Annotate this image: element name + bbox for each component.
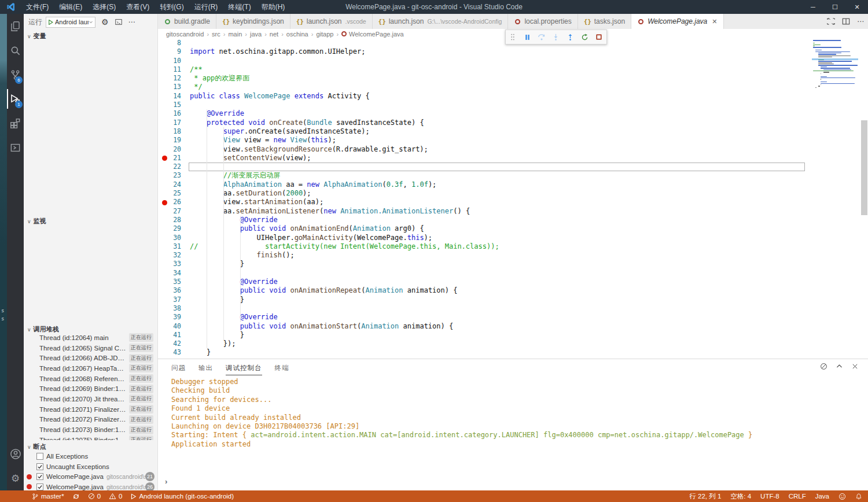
line-number[interactable]: 39 — [158, 313, 181, 322]
activitybar-extensions[interactable] — [7, 111, 24, 135]
statusbar-bell-icon[interactable] — [855, 493, 862, 500]
line-number[interactable]: 17 — [158, 119, 181, 127]
line-number[interactable]: 13 — [158, 83, 181, 91]
exception-breakpoint-row[interactable]: All Exceptions — [24, 451, 158, 462]
line-number[interactable]: 19 — [158, 136, 181, 145]
maximize-panel-icon[interactable] — [836, 363, 843, 370]
tab-launch.json[interactable]: {}launch.json.vscode — [290, 14, 373, 29]
line-number[interactable]: 26 — [158, 198, 181, 206]
line-number[interactable]: 20 — [158, 145, 181, 154]
close-tab-icon[interactable]: ✕ — [712, 18, 717, 25]
clear-console-icon[interactable] — [820, 363, 827, 370]
pause-icon[interactable] — [521, 31, 533, 43]
thread-row[interactable]: Thread (id:12064) main正在运行 — [24, 333, 158, 343]
maximize-button[interactable]: ☐ — [824, 0, 846, 14]
file-breakpoint-row[interactable]: WelcomePage.javagitoscandroid\sr...26 — [24, 482, 158, 490]
open-changes-icon[interactable] — [827, 17, 835, 25]
step-over-icon[interactable] — [536, 31, 547, 43]
line-number[interactable]: 25 — [158, 189, 181, 198]
checked-checkbox[interactable] — [36, 463, 43, 470]
activitybar-source-control[interactable]: 6 — [7, 62, 24, 87]
line-number[interactable]: 40 — [158, 322, 181, 331]
activitybar-search[interactable] — [7, 38, 24, 62]
restart-icon[interactable] — [579, 31, 591, 43]
statusbar-branch-icon[interactable]: master* — [32, 493, 64, 500]
panel-tab-调试控制台[interactable]: 调试控制台 — [226, 361, 262, 375]
line-number[interactable]: 41 — [158, 331, 181, 339]
panel-tab-终端[interactable]: 终端 — [275, 361, 289, 375]
activitybar-settings[interactable]: ⚙ — [7, 466, 24, 490]
panel-tab-输出[interactable]: 输出 — [198, 361, 213, 375]
line-number[interactable]: 43 — [158, 348, 181, 357]
line-number[interactable]: 16 — [158, 109, 181, 118]
editor-scrollbar[interactable] — [861, 120, 867, 215]
line-number[interactable]: 34 — [158, 269, 181, 278]
statusbar-item[interactable]: UTF-8 — [760, 493, 779, 500]
tab-local.properties[interactable]: local.properties — [508, 14, 578, 29]
activitybar-explorer[interactable] — [7, 14, 24, 38]
statusbar-error-icon[interactable]: 0 — [88, 493, 101, 500]
activitybar-emulator[interactable] — [7, 135, 24, 160]
line-number[interactable]: 42 — [158, 339, 181, 348]
checked-checkbox[interactable] — [36, 483, 43, 490]
breadcrumb-item[interactable]: net — [270, 31, 278, 38]
breadcrumb-item[interactable]: main — [228, 31, 242, 38]
more-actions-icon[interactable]: ⋯ — [128, 18, 136, 26]
line-number[interactable]: 27 — [158, 207, 181, 216]
tab-tasks.json[interactable]: {}tasks.json — [578, 14, 631, 29]
repl-prompt[interactable]: › — [165, 477, 167, 486]
tab-build.gradle[interactable]: build.gradle — [158, 14, 216, 29]
line-number[interactable]: 31 — [158, 242, 181, 251]
line-number[interactable]: 37 — [158, 296, 181, 304]
statusbar-item[interactable]: 行 22, 列 1 — [689, 492, 721, 501]
line-number[interactable]: 29 — [158, 224, 181, 233]
breadcrumb-item[interactable]: java — [250, 31, 262, 38]
line-number[interactable]: 32 — [158, 251, 181, 260]
activitybar-run-debug[interactable]: 1 — [7, 87, 24, 111]
statusbar-warning-icon[interactable]: 0 — [109, 493, 122, 500]
line-number[interactable]: 28 — [158, 216, 181, 224]
line-number[interactable]: 10 — [158, 57, 181, 65]
breadcrumb-item[interactable]: oschina — [286, 31, 308, 38]
breadcrumb-item[interactable]: src — [212, 31, 220, 38]
tab-launch.json[interactable]: {}launch.jsonG:\...\vscode-AndroidConfig — [373, 14, 509, 29]
close-button[interactable]: ✕ — [846, 0, 868, 14]
breadcrumb-item[interactable]: gitapp — [316, 31, 333, 38]
line-number[interactable]: 23 — [158, 171, 181, 180]
menu-item[interactable]: 运行(R) — [189, 0, 223, 14]
line-number[interactable]: 33 — [158, 260, 181, 268]
thread-row[interactable]: Thread (id:12072) FinalizerDae...正在运行 — [24, 415, 158, 425]
configure-gear-icon[interactable]: ⚙ — [101, 17, 109, 27]
line-number[interactable]: 22 — [158, 163, 181, 171]
minimap[interactable] — [812, 39, 858, 91]
checked-checkbox[interactable] — [36, 473, 43, 480]
menu-item[interactable]: 帮助(H) — [256, 0, 290, 14]
menu-item[interactable]: 选择(S) — [87, 0, 121, 14]
activitybar-accounts[interactable] — [7, 442, 24, 466]
thread-row[interactable]: Thread (id:12071) FinalizerWatc...正在运行 — [24, 404, 158, 415]
menu-item[interactable]: 文件(F) — [21, 0, 54, 14]
more-actions-icon[interactable]: ⋯ — [857, 17, 865, 25]
menu-item[interactable]: 查看(V) — [121, 0, 155, 14]
statusbar-play-icon[interactable]: Android launch (git-osc-android) — [130, 493, 234, 500]
line-number[interactable]: 11 — [158, 65, 181, 74]
close-panel-icon[interactable] — [851, 363, 859, 370]
statusbar-feedback-icon[interactable] — [838, 493, 846, 500]
line-number[interactable]: 24 — [158, 180, 181, 189]
menu-item[interactable]: 编辑(E) — [54, 0, 87, 14]
line-number[interactable]: 9 — [158, 47, 181, 56]
menu-item[interactable]: 终端(T) — [223, 0, 256, 14]
line-number[interactable]: 21 — [158, 154, 181, 163]
statusbar-item[interactable]: Java — [815, 493, 829, 500]
line-number[interactable]: 36 — [158, 286, 181, 295]
line-number[interactable]: 8 — [158, 39, 181, 47]
breadcrumb-item[interactable]: gitoscandroid — [166, 31, 204, 38]
menu-item[interactable]: 转到(G) — [155, 0, 189, 14]
line-number[interactable]: 30 — [158, 234, 181, 242]
split-editor-icon[interactable] — [842, 17, 850, 25]
tab-keybindings.json[interactable]: {}keybindings.json — [216, 14, 290, 29]
panel-tab-问题[interactable]: 问题 — [171, 361, 186, 375]
thread-row[interactable]: Thread (id:12068) ReferenceQu...正在运行 — [24, 374, 158, 384]
statusbar-item[interactable]: CRLF — [789, 493, 806, 500]
step-into-icon[interactable] — [550, 31, 562, 43]
